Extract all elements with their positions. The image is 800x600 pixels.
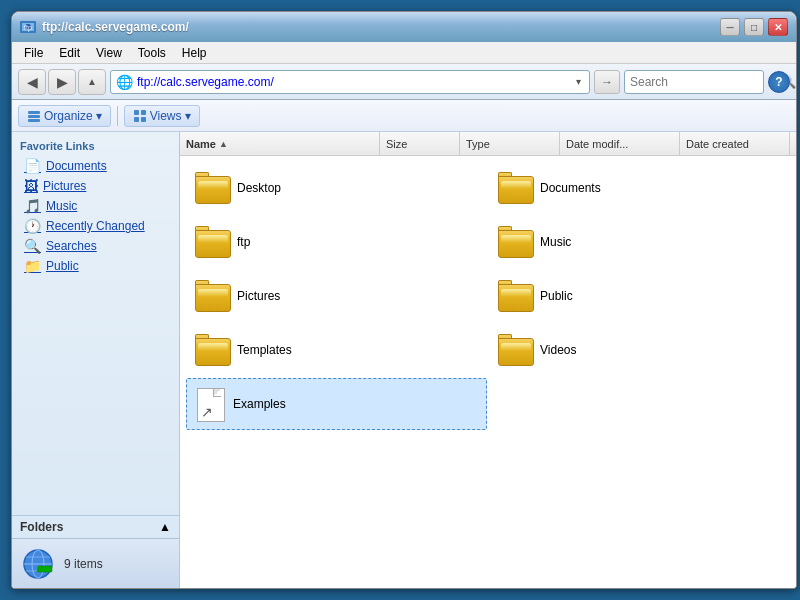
menu-item-view[interactable]: View	[88, 44, 130, 62]
organize-button[interactable]: Organize ▾	[18, 105, 111, 127]
maximize-button[interactable]: □	[744, 18, 764, 36]
file-item-examples[interactable]: ↗ Examples	[186, 378, 487, 430]
address-globe-icon: 🌐	[116, 74, 133, 90]
file-name-documents: Documents	[540, 181, 601, 195]
col-header-name[interactable]: Name ▲	[180, 132, 380, 155]
col-header-type[interactable]: Type	[460, 132, 560, 155]
folder-icon-ftp	[195, 226, 231, 258]
sidebar-item-pictures-label: Pictures	[43, 179, 86, 193]
file-item-templates[interactable]: Templates	[186, 324, 487, 376]
svg-rect-16	[38, 566, 52, 572]
file-name-music: Music	[540, 235, 571, 249]
sidebar-item-recently-changed[interactable]: 🕐 Recently Changed	[12, 216, 179, 236]
title-bar-left: ftp ftp://calc.servegame.com/	[20, 19, 189, 35]
menu-bar: FileEditViewToolsHelp	[12, 42, 796, 64]
folders-section[interactable]: Folders ▲	[12, 515, 179, 538]
content-area: Favorite Links 📄 Documents 🖼 Pictures 🎵 …	[12, 132, 796, 588]
file-name-pictures: Pictures	[237, 289, 280, 303]
search-input[interactable]	[630, 75, 780, 89]
forward-button[interactable]: ▶	[48, 69, 76, 95]
views-label: Views	[150, 109, 182, 123]
file-item-ftp[interactable]: ftp	[186, 216, 487, 268]
recently-changed-icon: 🕐	[24, 218, 41, 234]
folder-icon-templates	[195, 334, 231, 366]
main-window: ftp ftp://calc.servegame.com/ ─ □ ✕ File…	[11, 11, 797, 589]
minimize-button[interactable]: ─	[720, 18, 740, 36]
back-button[interactable]: ◀	[18, 69, 46, 95]
file-item-pictures[interactable]: Pictures	[186, 270, 487, 322]
address-field-wrap: 🌐 ▾	[110, 70, 590, 94]
title-buttons: ─ □ ✕	[720, 18, 788, 36]
file-item-music[interactable]: Music	[489, 216, 790, 268]
sidebar-item-music-label: Music	[46, 199, 77, 213]
file-grid: Desktop Documents ftp	[180, 156, 796, 588]
svg-rect-8	[141, 110, 146, 115]
address-input[interactable]	[137, 75, 573, 89]
file-item-desktop[interactable]: Desktop	[186, 162, 487, 214]
status-bar: 9 items	[12, 538, 179, 588]
views-arrow: ▾	[185, 109, 191, 123]
sidebar-item-searches[interactable]: 🔍 Searches	[12, 236, 179, 256]
column-headers: Name ▲ Size Type Date modif... Date crea…	[180, 132, 796, 156]
sidebar-item-public[interactable]: 📁 Public	[12, 256, 179, 276]
music-icon: 🎵	[24, 198, 41, 214]
sort-arrow-name: ▲	[219, 139, 228, 149]
sidebar-item-searches-label: Searches	[46, 239, 97, 253]
go-button[interactable]: →	[594, 70, 620, 94]
item-count: 9 items	[64, 557, 103, 571]
folders-label: Folders	[20, 520, 63, 534]
window-title: ftp://calc.servegame.com/	[42, 20, 189, 34]
col-header-date-modified[interactable]: Date modif...	[560, 132, 680, 155]
views-icon	[133, 109, 147, 123]
folder-icon-documents	[498, 172, 534, 204]
toolbar-separator	[117, 106, 118, 126]
sidebar-item-music[interactable]: 🎵 Music	[12, 196, 179, 216]
sidebar: Favorite Links 📄 Documents 🖼 Pictures 🎵 …	[12, 132, 180, 588]
organize-bar: Organize ▾ Views ▾	[12, 100, 796, 132]
file-item-videos[interactable]: Videos	[489, 324, 790, 376]
menu-item-help[interactable]: Help	[174, 44, 215, 62]
svg-text:ftp: ftp	[24, 24, 32, 32]
menu-item-tools[interactable]: Tools	[130, 44, 174, 62]
menu-item-edit[interactable]: Edit	[51, 44, 88, 62]
col-header-size[interactable]: Size	[380, 132, 460, 155]
menu-item-file[interactable]: File	[16, 44, 51, 62]
globe-status-icon	[20, 546, 56, 582]
file-item-public[interactable]: Public	[489, 270, 790, 322]
organize-icon	[27, 109, 41, 123]
window-icon: ftp	[20, 19, 36, 35]
up-button[interactable]: ▲	[78, 69, 106, 95]
svg-rect-6	[28, 119, 40, 122]
file-name-desktop: Desktop	[237, 181, 281, 195]
col-header-date-accessed[interactable]: Date acces...	[790, 132, 796, 155]
status-icon	[20, 546, 56, 582]
file-name-videos: Videos	[540, 343, 576, 357]
sidebar-item-pictures[interactable]: 🖼 Pictures	[12, 176, 179, 196]
svg-rect-10	[141, 117, 146, 122]
file-name-examples: Examples	[233, 397, 286, 411]
documents-icon: 📄	[24, 158, 41, 174]
svg-rect-7	[134, 110, 139, 115]
sidebar-item-documents-label: Documents	[46, 159, 107, 173]
svg-rect-9	[134, 117, 139, 122]
sidebar-item-documents[interactable]: 📄 Documents	[12, 156, 179, 176]
folders-collapse-icon: ▲	[159, 520, 171, 534]
doc-icon-examples: ↗	[195, 386, 227, 422]
folder-icon-desktop	[195, 172, 231, 204]
sidebar-spacer	[12, 276, 179, 515]
views-button[interactable]: Views ▾	[124, 105, 200, 127]
nav-buttons: ◀ ▶ ▲	[18, 69, 106, 95]
search-wrap: 🔍	[624, 70, 764, 94]
svg-rect-4	[28, 111, 40, 114]
title-bar: ftp ftp://calc.servegame.com/ ─ □ ✕	[12, 12, 796, 42]
address-bar: ◀ ▶ ▲ 🌐 ▾ → 🔍 ?	[12, 64, 796, 100]
close-button[interactable]: ✕	[768, 18, 788, 36]
folder-icon-music	[498, 226, 534, 258]
address-dropdown-icon[interactable]: ▾	[573, 76, 584, 87]
help-button[interactable]: ?	[768, 71, 790, 93]
organize-label: Organize	[44, 109, 93, 123]
svg-rect-5	[28, 115, 40, 118]
col-header-date-created[interactable]: Date created	[680, 132, 790, 155]
file-item-documents[interactable]: Documents	[489, 162, 790, 214]
sidebar-item-recently-changed-label: Recently Changed	[46, 219, 145, 233]
